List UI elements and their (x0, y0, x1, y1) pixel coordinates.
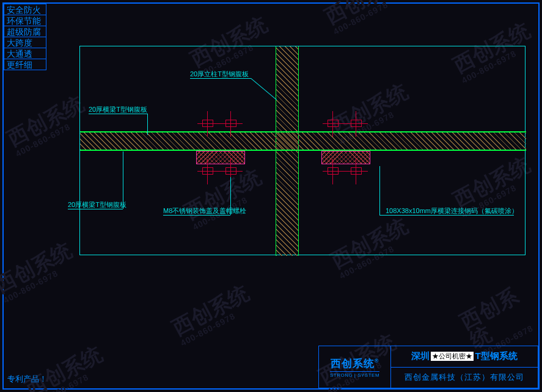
tag: 环保节能 (4, 15, 46, 26)
drawing-area: 20厚立柱T型钢腹板 20厚横梁T型钢腹板 20厚横梁T型钢腹板 M8不锈钢装饰… (79, 46, 526, 255)
leader (230, 177, 231, 215)
anno-bolt: M8不锈钢装饰盖及盖帽螺栓 (163, 206, 246, 216)
leader (163, 215, 230, 216)
leader (379, 166, 380, 215)
anno-connector: 108X38x10mm厚横梁连接钢码（氟碳喷涂） (386, 206, 518, 216)
anno-mullion: 20厚立柱T型钢腹板 (190, 70, 249, 79)
beam-edge (80, 150, 526, 151)
title-pre: 深圳 (411, 350, 430, 362)
tag: 超级防腐 (4, 26, 46, 37)
leader (68, 209, 123, 209)
leader (190, 78, 251, 79)
tag-column: 安全防火 环保节能 超级防腐 大跨度 大通透 更纤细 (4, 4, 46, 70)
brand-cell: 西创系统® STRONG | SYSTEM (319, 346, 391, 388)
tag: 安全防火 (4, 4, 46, 15)
bolt-group (201, 162, 239, 181)
bolt-group (201, 115, 239, 133)
tag: 更纤细 (4, 59, 46, 70)
confidential-chip: ★公司机密★ (431, 352, 474, 361)
title-post: T型钢系统 (475, 350, 517, 362)
brand-sup: ® (375, 358, 379, 364)
brand-en: STRONG | SYSTEM (330, 371, 379, 378)
leader (379, 215, 514, 216)
anno-beam-1: 20厚横梁T型钢腹板 (89, 105, 147, 114)
title-block: 西创系统® STRONG | SYSTEM 深圳 ★公司机密★ T型钢系统 西创… (318, 346, 538, 388)
tag: 大跨度 (4, 37, 46, 48)
leader (123, 151, 123, 209)
tag: 大通透 (4, 48, 46, 59)
patent-note: 专利产品！ (7, 374, 47, 385)
brand-name: 西创系统 (331, 358, 375, 369)
leader (147, 114, 148, 135)
leader (251, 78, 277, 100)
bolt-group (326, 115, 364, 133)
leader (89, 114, 147, 114)
bolt-group (326, 162, 364, 181)
anno-beam-2: 20厚横梁T型钢腹板 (68, 200, 126, 209)
company-row: 西创金属科技（江苏）有限公司 (391, 368, 538, 388)
mullion-vertical (276, 46, 299, 256)
title-row: 深圳 ★公司机密★ T型钢系统 (391, 346, 538, 368)
